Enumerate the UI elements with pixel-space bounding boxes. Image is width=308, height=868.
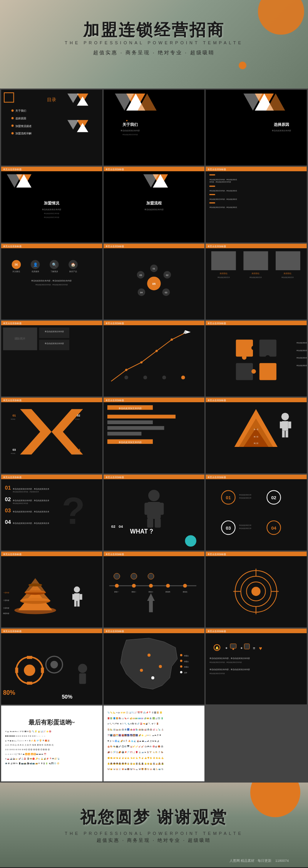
svg-point-296 [151,676,154,679]
slide-reason-section: 选择原因 单击此处添加文本内容 [206,90,307,166]
svg-rect-177 [288,421,291,428]
svg-rect-202 [144,503,150,515]
svg-text:单页点击添加标题: 单页点击添加标题 [208,476,226,478]
svg-text:🌪 🌫 🌬 🌀 🌊 🌈 ❄ ⛄ 🔥 💧 🌊: 🌪 🌫 🌬 🌀 🌊 🌈 ❄ ⛄ 🔥 💧 🌊 🌋 ⛰ 🏔 🗻 🏕 🏖 🏜 🏝 🏞 [107,740,159,743]
svg-rect-282 [15,667,18,673]
slides-grid: 目录 关于我们 选择原因 加盟情况描述 加盟流程详解 [0,89,308,783]
svg-text:01: 01 [152,268,155,270]
svg-point-122 [140,361,142,363]
slide-icons-text: 单页点击添加标题 🔔 + + = ♥ 单击此处添加文本内容，单击此处添加文本内容… [206,629,307,704]
svg-text:购买产品: 购买产品 [69,270,77,273]
svg-text:02: 02 [111,524,115,528]
svg-text:三层内容: 三层内容 [3,607,9,609]
slide-num-circles: 单页点击添加标题 01 02 03 04 单击此处添加文本 单击此处添加文本 单… [206,475,307,550]
svg-text:04: 04 [271,525,277,531]
svg-point-174 [281,413,289,420]
svg-point-250 [132,584,136,588]
svg-text:03: 03 [5,508,11,513]
svg-text:单击此处添加文本: 单击此处添加文本 [239,527,251,529]
svg-text:单击此处添加文本内容，内容添加文本: 单击此处添加文本内容，内容添加文本 [13,491,39,493]
svg-text:单击此处添加文本: 单击此处添加文本 [239,494,251,496]
footer-subtitle: THE PROFESSIONAL POWERPOINT TEMPALTE [65,831,243,836]
svg-text:单页点击添加标题: 单页点击添加标题 [3,322,22,324]
svg-text:05: 05 [139,274,142,276]
svg-point-294 [159,665,162,668]
slide-numbered-list: 单页点击添加标题 ? 01 单击此处添加文本内容，单击此处添加文本 单击此处添加… [1,475,102,550]
slide-3d-pyramid: 单页点击添加标题 一层内容 二层内容 三层内容 四层内容 [1,552,102,627]
svg-point-252 [166,584,170,588]
svg-text:第三层: 第三层 [254,442,258,444]
svg-point-139 [266,355,270,360]
svg-point-138 [242,355,247,360]
svg-text:🔔: 🔔 [215,646,219,650]
svg-text:单击此处添加文本内容: 单击此处添加文本内容 [13,502,28,504]
svg-text:?: ? [62,490,85,532]
svg-text:第二层: 第二层 [254,436,258,438]
svg-point-297 [180,654,182,656]
svg-text:单击此处添加文本内容: 单击此处添加文本内容 [144,208,164,211]
svg-rect-262 [149,601,153,612]
svg-text:单击此处: 单击此处 [75,453,80,454]
svg-text:单页点击添加标题: 单页点击添加标题 [3,553,22,555]
footer-section: 祝您圆梦 谢谢观赏 THE PROFESSIONAL POWERPOINT TE… [0,783,308,867]
hero-orange-dot [239,62,246,69]
svg-rect-100 [276,251,300,270]
svg-text:单击此处添加文本: 单击此处添加文本 [239,524,251,526]
slide-about-section: 关于我们 单击此处添加文本内容 单击此处添加文本内容 [104,90,205,166]
svg-text:单击此处添加文本内容，单击此处添加文: 单击此处添加文本内容，单击此处添加文 [209,179,237,181]
svg-text:单页点击添加标题: 单页点击添加标题 [3,630,22,632]
svg-text:02: 02 [271,495,277,500]
svg-rect-129 [206,321,307,396]
svg-text:单击此处添加文本内容: 单击此处添加文本内容 [119,407,142,410]
svg-text:加盟情况描述: 加盟情况描述 [15,125,32,127]
svg-text:单页点击添加标题: 单页点击添加标题 [3,476,22,478]
svg-point-255 [131,573,137,579]
svg-text:① ② ③ ④ ⑤ ⑥ ⑦ ⑧ ⑨ ⑩ ⑪ ⑫ ⑬ ⑭ ⑮ : ① ② ③ ④ ⑤ ⑥ ⑦ ⑧ ⑨ ⑩ ⑪ ⑫ ⑬ ⑭ ⑮ ⑯ ⑰ ⑱ ⑲ ⑳ [5,748,50,751]
svg-text:单击此处添加文本内容: 单击此处添加文本内容 [45,330,64,333]
svg-point-136 [251,346,256,350]
svg-text:加盟点: 加盟点 [184,655,188,657]
slide-timeline: 单页点击添加标题 阶段一 阶段二 阶段三 阶段四 阶段五 [104,552,205,627]
svg-text:单击此处添加文本内容: 单击此处添加文本内容 [45,342,64,345]
slide-toc: 目录 关于我们 选择原因 加盟情况描述 加盟流程详解 [1,90,102,166]
svg-point-3 [12,109,14,112]
svg-text:04: 04 [119,524,123,528]
footer-tagline: 超值实惠 · 商务呈现 · 绝对专业 · 超级吸睛 [97,837,211,844]
svg-point-209 [185,535,196,547]
svg-text:单击此处添加文本: 单击此处添加文本 [296,342,307,344]
svg-rect-135 [259,363,276,380]
svg-point-285 [50,661,58,669]
svg-text:80%: 80% [3,689,15,696]
svg-text:阶段一: 阶段一 [114,591,119,593]
svg-text:🎪 🎨 🎭 🎬 🎤 🎧 🎼 🎹 🥁 🎷 : 🎪 🎨 🎭 🎬 🎤 🎧 🎼 🎹 🥁 🎷 🎺 🎸 🎻 🎲 🎮 🕹 🎯 🎳 🏀 ⚽ [107,745,163,748]
svg-text:单击此处添加文本内容，单击此处添加文: 单击此处添加文本内容，单击此处添加文 [209,198,237,200]
svg-text:团队照片: 团队照片 [15,337,25,340]
footer-orange-circle [250,783,300,817]
svg-point-9 [12,132,14,134]
svg-text:✈ 🚗 🚢 🚂 🚁 🚀 ⚓ ⛽ 🚦 🚧 🛑 : ✈ 🚗 🚢 🚂 🚁 🚀 ⚓ ⛽ 🚦 🚧 🛑 🔑 🗝 🔓 🔏 📌 📍 🗺 🧭 📡 [5,758,60,760]
svg-point-286 [78,664,87,673]
svg-text:单击此处: 单击此处 [11,418,15,420]
svg-text:🏠 🏡 🏢 🏣 🏤 🏥 🏦 🏧 🏨 🏩 : 🏠 🏡 🏢 🏣 🏤 🏥 🏦 🏧 🏨 🏩 🏪 🏫 🏬 🏭 🏯 🏰 💒 🗼 🗽 ⛪ [107,728,164,731]
svg-text:▲ ▼ ◆ ■ ● △ ▽ ◇ □ ○ ✦ ✧ ♻ ⚡ 🔥: ▲ ▼ ◆ ■ ● △ ▽ ◇ □ ○ ✦ ✧ ♻ ⚡ 🔥 💎 🏆 🎖 🎁 🎉 [5,739,50,742]
slide-gears: 单页点击添加标题 80% 50% [1,629,102,704]
svg-text:单击此处添加文本: 单击此处添加文本 [296,350,307,351]
svg-text:单击此处添加文本内容，单击此处添加文本: 单击此处添加文本内容，单击此处添加文本 [13,488,49,490]
svg-text:单页点击添加标题: 单页点击添加标题 [3,245,22,248]
svg-rect-281 [27,682,32,685]
svg-text:单击此处添加文本内容，单击此处添加文本: 单击此处添加文本内容，单击此处添加文本 [13,522,49,524]
svg-rect-132 [236,340,253,356]
svg-rect-133 [259,340,276,356]
svg-rect-314 [244,644,250,649]
svg-text:加盟点: 加盟点 [184,661,188,662]
svg-point-126 [143,376,147,380]
svg-rect-54 [209,174,215,176]
svg-text:👤: 👤 [33,262,38,267]
svg-rect-312 [233,648,234,650]
svg-text:🏠: 🏠 [71,262,76,267]
svg-text:选择原因: 选择原因 [274,122,289,127]
svg-text:单击此处添加文本内容，单击此处添加文本: 单击此处添加文本内容，单击此处添加文本 [13,499,49,502]
svg-text:一层内容: 一层内容 [3,592,9,594]
svg-text:单页点击添加标题: 单页点击添加标题 [3,168,22,171]
svg-rect-17 [104,90,205,166]
